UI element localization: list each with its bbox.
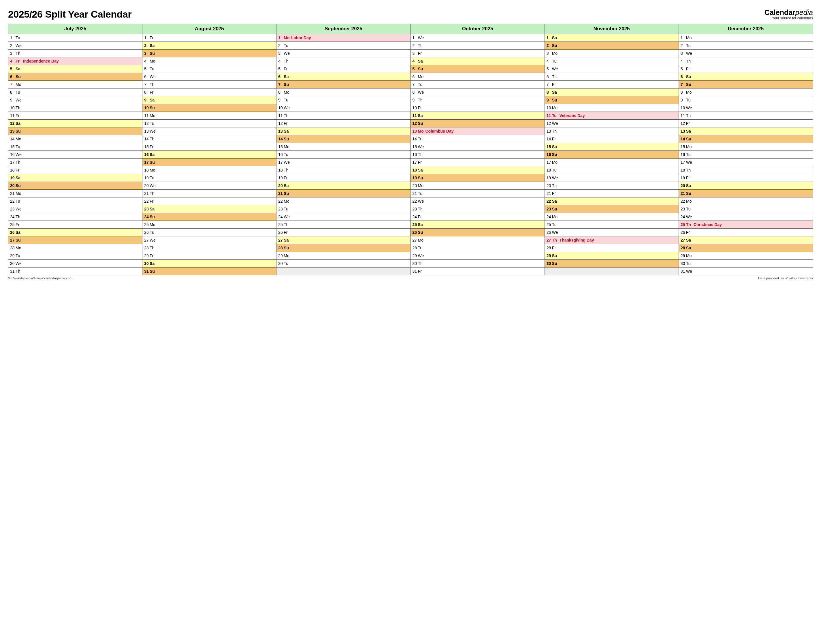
day-of-week: Sa (150, 98, 157, 102)
day-number: 26 (278, 230, 284, 235)
day-cell: 4Sa (410, 57, 545, 65)
day-of-week: Fr (686, 67, 694, 71)
day-cell: 20Mo (410, 182, 545, 190)
day-of-week: Su (686, 191, 694, 196)
day-cell: 9We (8, 96, 142, 104)
calendar-row: 30We30Sa30Tu30Th30Su30Tu (8, 260, 813, 268)
day-cell: 9Tu (276, 96, 410, 104)
day-of-week: Th (150, 82, 157, 87)
day-cell: 16Tu (276, 151, 410, 159)
day-of-week: Th (418, 43, 425, 48)
day-of-week: Su (552, 207, 559, 211)
day-cell: 8Mo (679, 89, 813, 96)
day-of-week: Su (552, 98, 559, 102)
day-of-week: Fr (15, 113, 23, 118)
day-cell: 17We (276, 159, 410, 166)
day-of-week: Mo (15, 245, 23, 250)
day-cell: 17Su (142, 159, 276, 166)
calendar-row: 24Th24Su24We24Fr24Mo24We (8, 213, 813, 221)
day-of-week: Su (284, 82, 291, 87)
day-cell: 1MoLabor Day (276, 34, 410, 42)
day-of-week: Fr (686, 176, 694, 180)
day-number: 11 (10, 113, 15, 118)
day-of-week: Tu (418, 191, 425, 196)
day-of-week: Sa (15, 230, 23, 235)
calendar-row: 26Sa26Tu26Fr26Su26We26Fr (8, 228, 813, 236)
day-of-week: Th (686, 168, 694, 172)
day-number: 22 (278, 199, 284, 204)
day-of-week: Mo (150, 59, 157, 63)
day-of-week: Sa (418, 113, 425, 118)
day-of-week: Fr (150, 144, 157, 149)
day-number: 17 (10, 160, 15, 165)
day-cell: 6Th (545, 73, 679, 81)
day-of-week: Sa (552, 253, 559, 258)
day-cell: 13Su (8, 127, 142, 135)
day-of-week: Th (284, 59, 291, 63)
day-of-week: Tu (284, 43, 291, 48)
day-number: 15 (144, 144, 150, 149)
day-of-week: Th (686, 222, 694, 227)
calendar-row: 28Mo28Th28Su28Tu28Fr28Su (8, 244, 813, 252)
day-cell: 25Mo (142, 221, 276, 228)
day-number: 19 (681, 176, 686, 180)
day-of-week: Fr (418, 269, 425, 274)
day-of-week: Th (686, 113, 694, 118)
day-number: 8 (278, 90, 284, 95)
day-of-week: Mo (284, 199, 291, 204)
event-label: Columbus Day (425, 129, 453, 133)
day-number: 17 (547, 160, 552, 165)
day-number: 11 (144, 113, 150, 118)
day-cell: 6We (142, 73, 276, 81)
day-cell: 13Sa (679, 127, 813, 135)
day-cell: 25Th (276, 221, 410, 228)
day-cell: 28Mo (8, 244, 142, 252)
calendar-row: 29Tu29Fr29Mo29We29Sa29Mo (8, 252, 813, 260)
day-of-week: Tu (15, 90, 23, 95)
day-number: 9 (144, 98, 150, 102)
day-of-week: Mo (284, 35, 291, 40)
day-number: 1 (10, 35, 15, 40)
day-cell: 28Fr (545, 244, 679, 252)
day-of-week: Fr (686, 230, 694, 235)
day-cell: 26Tu (142, 228, 276, 236)
day-cell: 17Mo (545, 159, 679, 166)
day-of-week: Sa (686, 183, 694, 188)
day-of-week: Fr (686, 121, 694, 126)
day-of-week: Su (150, 160, 157, 165)
day-of-week: Sa (284, 74, 291, 79)
event-label: Independence Day (23, 59, 59, 63)
day-cell: 16Su (545, 151, 679, 159)
day-number: 16 (10, 152, 15, 157)
day-cell: 19We (545, 174, 679, 182)
calendar-row: 17Th17Su17We17Fr17Mo17We (8, 159, 813, 166)
day-of-week: We (15, 43, 23, 48)
day-number: 10 (681, 106, 686, 110)
day-of-week: Sa (150, 207, 157, 211)
day-of-week: Sa (150, 152, 157, 157)
day-number: 6 (547, 74, 552, 79)
day-of-week: Tu (552, 113, 559, 118)
day-of-week: We (686, 160, 694, 165)
calendar-row: 11Fr11Mo11Th11Sa11TuVeterans Day11Th (8, 112, 813, 120)
day-cell: 26Fr (276, 228, 410, 236)
day-of-week: We (418, 35, 425, 40)
day-cell: 14Su (679, 135, 813, 143)
day-number: 15 (10, 144, 15, 149)
day-number: 29 (681, 253, 686, 258)
calendar-row: 5Sa5Tu5Fr5Su5We5Fr (8, 65, 813, 73)
day-of-week: We (686, 215, 694, 219)
day-cell: 3Fr (410, 50, 545, 57)
day-of-week: Th (284, 168, 291, 172)
day-cell: 20Su (8, 182, 142, 190)
day-cell: 29Tu (8, 252, 142, 260)
page-title: 2025/26 Split Year Calendar (8, 9, 132, 20)
day-cell: 27We (142, 236, 276, 244)
day-number: 7 (547, 82, 552, 87)
day-of-week: Fr (418, 51, 425, 56)
day-of-week: Th (15, 160, 23, 165)
day-number: 16 (412, 152, 418, 157)
day-of-week: Su (552, 43, 559, 48)
day-number: 26 (681, 230, 686, 235)
day-number: 28 (681, 245, 686, 250)
